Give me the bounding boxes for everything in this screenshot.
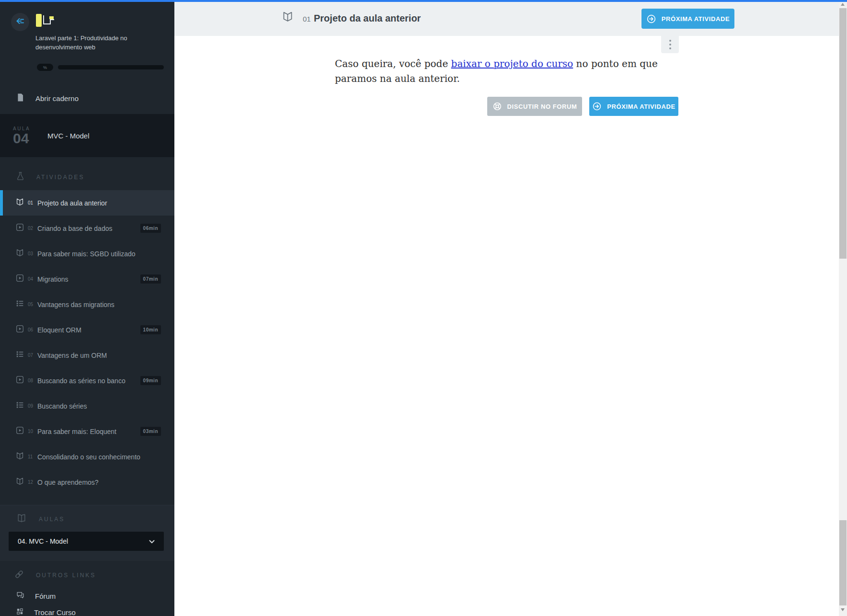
course-title: Laravel parte 1: Produtividade no desenv… (35, 34, 136, 52)
activity-header-number: 01 (303, 15, 311, 23)
video-icon (16, 223, 24, 233)
activity-item[interactable]: 08 Buscando as séries no banco 09min (0, 368, 174, 393)
activity-label: O que aprendemos? (37, 479, 99, 486)
activities-list: 01 Projeto da aula anterior 02 Criando a… (0, 190, 174, 495)
video-icon (16, 274, 24, 284)
open-notebook-button[interactable]: Abrir caderno (16, 93, 174, 104)
activity-number: 04 (28, 276, 36, 282)
activity-item[interactable]: 01 Projeto da aula anterior (0, 190, 174, 216)
other-links-header-label: OUTROS LINKS (36, 572, 96, 579)
discuss-forum-button[interactable]: DISCUTIR NO FORUM (487, 97, 582, 116)
other-links-section: OUTROS LINKS Fórum Trocar Curso (0, 570, 174, 616)
exercise-icon (16, 299, 24, 309)
scroll-down-icon[interactable] (841, 608, 845, 611)
duration-badge: 06min (140, 224, 161, 233)
lifebuoy-icon (492, 102, 502, 111)
circle-arrow-icon (646, 14, 656, 24)
document-icon (16, 93, 24, 104)
lessons-section-header: AULAS (16, 513, 174, 525)
switch-course-label: Trocar Curso (34, 608, 76, 616)
other-links-header: OUTROS LINKS (14, 570, 174, 581)
progress-bar (58, 65, 164, 69)
activity-item[interactable]: 03 Para saber mais: SGBD utilizado (0, 241, 174, 266)
reading-icon (282, 11, 293, 24)
activity-paragraph: Caso queira, você pode baixar o projeto … (335, 57, 685, 86)
activity-item[interactable]: 06 Eloquent ORM 10min (0, 317, 174, 342)
course-header: Laravel parte 1: Produtividade no desenv… (0, 0, 174, 52)
vertical-scrollbar (839, 0, 847, 616)
activity-label: Para saber mais: SGBD utilizado (37, 250, 136, 258)
next-activity-label: PRÓXIMA ATIVIDADE (662, 15, 730, 23)
activity-label: Vantagens de um ORM (37, 352, 107, 359)
activity-label: Criando a base de dados (37, 225, 112, 232)
activity-number: 01 (28, 200, 36, 205)
reading-icon (16, 452, 24, 462)
chain-link-icon (14, 570, 24, 581)
activity-number: 03 (28, 251, 36, 256)
activity-item[interactable]: 09 Buscando séries (0, 393, 174, 419)
collapse-sidebar-button[interactable] (11, 13, 29, 31)
activity-item[interactable]: 02 Criando a base de dados 06min (0, 216, 174, 241)
switch-course-link[interactable]: Trocar Curso (16, 608, 174, 616)
circle-arrow-icon (592, 102, 602, 111)
page-title: Projeto da aula anterior (314, 13, 421, 24)
paragraph-text: Caso queira, você pode (335, 58, 451, 69)
scroll-up-icon[interactable] (841, 3, 845, 6)
activity-item[interactable]: 10 Para saber mais: Eloquent 03min (0, 419, 174, 444)
main-content: 01 Projeto da aula anterior PRÓXIMA ATIV… (174, 0, 839, 616)
open-notebook-label: Abrir caderno (35, 94, 79, 103)
activity-number: 06 (28, 327, 36, 332)
progress-percent-badge: % (37, 64, 53, 71)
activity-number: 10 (28, 429, 36, 434)
activity-label: Vantagens das migrations (37, 301, 114, 308)
course-logo (35, 22, 56, 30)
duration-badge: 10min (140, 325, 161, 334)
activity-header-bar: 01 Projeto da aula anterior PRÓXIMA ATIV… (174, 2, 839, 36)
activity-number: 08 (28, 378, 36, 383)
activity-label: Buscando séries (37, 402, 87, 410)
switch-grid-icon (16, 608, 23, 616)
scrollbar-thumb-lower[interactable] (839, 520, 847, 605)
lesson-dropdown[interactable]: 04. MVC - Model (9, 532, 164, 551)
exercise-icon (16, 401, 24, 411)
activity-number: 02 (28, 226, 36, 231)
back-icon (15, 16, 25, 28)
forum-label: Fórum (35, 592, 56, 600)
activity-number: 07 (28, 353, 36, 358)
course-progress: % (37, 64, 164, 71)
video-icon (16, 376, 24, 386)
next-activity-button-content[interactable]: PRÓXIMA ATIVIDADE (589, 97, 678, 116)
activity-number: 09 (28, 403, 36, 409)
video-icon (16, 325, 24, 335)
activity-label: Buscando as séries no banco (37, 377, 126, 385)
kebab-menu-button[interactable] (661, 36, 679, 53)
activity-label: Eloquent ORM (37, 326, 81, 334)
activity-item[interactable]: 07 Vantagens de um ORM (0, 342, 174, 368)
current-lesson-block: AULA 04 MVC - Model (0, 114, 174, 157)
activities-header-label: ATIVIDADES (36, 174, 84, 181)
lesson-dropdown-value: 04. MVC - Model (18, 537, 68, 545)
activity-item[interactable]: 04 Migrations 07min (0, 266, 174, 292)
activity-item[interactable]: 12 O que aprendemos? (0, 469, 174, 495)
activity-label: Migrations (37, 275, 69, 283)
forum-link[interactable]: Fórum (16, 591, 174, 601)
duration-badge: 07min (140, 274, 161, 284)
course-branding: Laravel parte 1: Produtividade no desenv… (35, 13, 136, 52)
activity-item[interactable]: 11 Consolidando o seu conhecimento (0, 444, 174, 469)
reading-icon (16, 477, 24, 487)
activity-number: 11 (28, 454, 36, 459)
lessons-section: AULAS 04. MVC - Model (0, 505, 174, 561)
activity-item[interactable]: 05 Vantagens das migrations (0, 292, 174, 317)
activity-number: 12 (28, 479, 36, 485)
next-activity-button-header[interactable]: PRÓXIMA ATIVIDADE (641, 9, 734, 29)
download-project-link[interactable]: baixar o projeto do curso (451, 58, 573, 69)
scrollbar-thumb[interactable] (839, 8, 847, 259)
activities-section-header: ATIVIDADES (16, 171, 174, 183)
activity-label: Para saber mais: Eloquent (37, 428, 116, 435)
lesson-number: 04 (13, 131, 37, 146)
lesson-title: MVC - Model (47, 132, 90, 140)
duration-badge: 09min (140, 376, 161, 385)
activity-label: Projeto da aula anterior (37, 199, 107, 207)
activity-number: 05 (28, 302, 36, 307)
activity-label: Consolidando o seu conhecimento (37, 453, 140, 461)
